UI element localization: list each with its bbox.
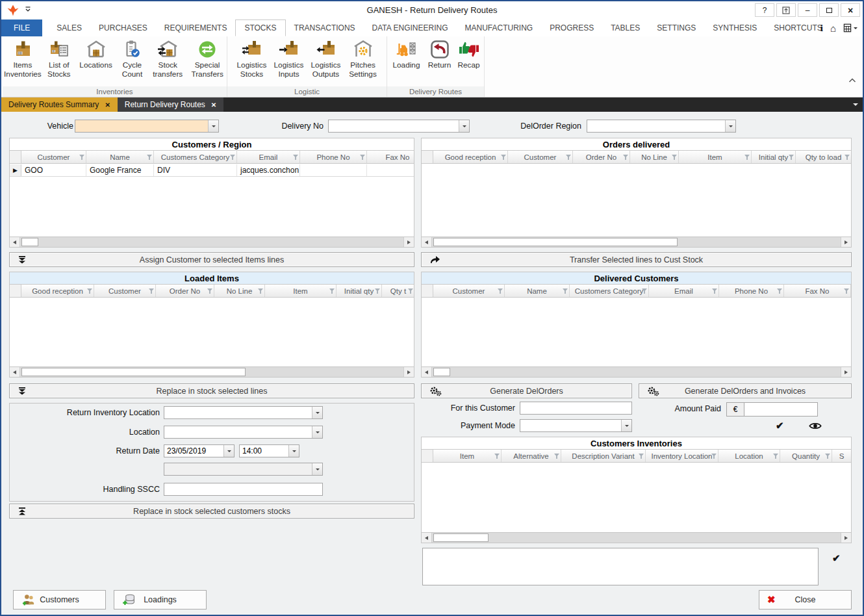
chevron-down-icon[interactable] xyxy=(223,445,234,457)
filter-icon[interactable] xyxy=(712,289,717,294)
ribbon-item-pitches-settings[interactable]: Pitches Settings xyxy=(345,38,381,79)
ribbon-item-logistics-inputs[interactable]: Logistics Inputs xyxy=(271,38,307,79)
filter-icon[interactable] xyxy=(744,155,750,160)
scroll-thumb[interactable] xyxy=(21,368,246,376)
delorder-region-combobox[interactable] xyxy=(587,120,736,133)
filter-icon[interactable] xyxy=(773,454,778,459)
filter-icon[interactable] xyxy=(501,155,506,160)
column-header-email[interactable]: Email xyxy=(649,285,719,297)
column-header-customer[interactable]: Customer xyxy=(433,285,505,297)
scroll-left-button[interactable] xyxy=(422,237,432,247)
popout-button[interactable] xyxy=(776,3,796,17)
ribbon-tab-data-engineering[interactable]: DATA ENGINEERING xyxy=(364,19,457,36)
column-header-customer[interactable]: Customer xyxy=(94,285,156,297)
column-header-name[interactable]: Name xyxy=(86,151,154,163)
ribbon-item-return[interactable]: Return xyxy=(424,38,455,70)
column-header-quantity[interactable]: Quantity xyxy=(780,450,832,462)
chevron-down-icon[interactable] xyxy=(459,120,469,132)
close-button[interactable]: × xyxy=(841,3,860,17)
column-header-inventory-location[interactable]: Inventory Location xyxy=(646,450,718,462)
filter-icon[interactable] xyxy=(494,454,500,459)
replace-lines-button[interactable]: Replace in stock selected lines xyxy=(9,383,414,398)
ribbon-item-list-of-stocks[interactable]: List of Stocks xyxy=(43,38,75,79)
column-header-no-line[interactable]: No Line xyxy=(214,285,265,297)
filter-icon[interactable] xyxy=(207,289,212,294)
ribbon-item-special-transfers[interactable]: Special Transfers xyxy=(188,38,227,79)
scroll-left-button[interactable] xyxy=(422,367,432,377)
scroll-right-button[interactable] xyxy=(403,367,414,377)
column-header-no-line[interactable]: No Line xyxy=(630,151,679,163)
column-header-item[interactable]: Item xyxy=(679,151,752,163)
transfer-lines-button[interactable]: Transfer Selected lines to Cust Stock xyxy=(421,252,852,267)
calculator-icon-button[interactable] xyxy=(843,23,858,32)
column-header-initial-qty[interactable]: Initial qty xyxy=(337,285,382,297)
scroll-right-button[interactable] xyxy=(841,237,851,247)
scroll-left-button[interactable] xyxy=(422,533,432,543)
notes-textarea[interactable] xyxy=(422,548,819,585)
filter-icon[interactable] xyxy=(844,289,849,294)
chevron-down-icon[interactable] xyxy=(725,120,735,132)
scroll-thumb[interactable] xyxy=(433,368,450,376)
ribbon-tab-transactions[interactable]: TRANSACTIONS xyxy=(286,19,364,36)
filter-icon[interactable] xyxy=(498,289,503,294)
h-scrollbar[interactable] xyxy=(422,532,851,543)
column-header-s[interactable]: S xyxy=(832,450,852,462)
tab-return-delivery-routes[interactable]: Return Delivery Routes ✕ xyxy=(118,97,223,112)
column-header-email[interactable]: Email xyxy=(237,151,300,163)
column-header-location[interactable]: Location xyxy=(718,450,780,462)
scroll-track[interactable] xyxy=(432,533,841,543)
ribbon-tab-settings[interactable]: SETTINGS xyxy=(648,19,704,36)
column-header-item[interactable]: Item xyxy=(265,285,337,297)
help-button[interactable]: ? xyxy=(755,3,774,17)
amount-paid-input[interactable] xyxy=(744,402,818,417)
filter-icon[interactable] xyxy=(672,155,677,160)
column-header-phone-no[interactable]: Phone No xyxy=(300,151,367,163)
filter-icon[interactable] xyxy=(149,289,154,294)
scroll-thumb[interactable] xyxy=(433,533,489,542)
handling-sscc-input[interactable] xyxy=(164,483,323,496)
filter-icon[interactable] xyxy=(329,289,335,294)
return-time-picker[interactable]: 14:00 xyxy=(239,444,299,457)
ribbon-tab-progress[interactable]: PROGRESS xyxy=(541,19,602,36)
column-header-description-variant[interactable]: Description Variant xyxy=(561,450,646,462)
h-scrollbar[interactable] xyxy=(10,237,414,247)
scroll-thumb[interactable] xyxy=(21,238,38,246)
minimize-button[interactable]: – xyxy=(798,3,817,17)
tab-close-icon[interactable]: ✕ xyxy=(105,101,110,109)
scroll-right-button[interactable] xyxy=(841,367,851,377)
chevron-down-icon[interactable] xyxy=(288,445,299,457)
column-header-good-reception[interactable]: Good reception xyxy=(433,151,508,163)
column-header-initial-qty[interactable]: Initial qty xyxy=(752,151,796,163)
scroll-track[interactable] xyxy=(20,367,403,377)
delivery-no-combobox[interactable] xyxy=(328,120,470,133)
loadings-button[interactable]: Loadings xyxy=(114,590,207,610)
ribbon-item-locations[interactable]: Locations xyxy=(75,38,117,70)
confirm-note-icon-button[interactable]: ✔ xyxy=(832,552,841,564)
ribbon-tab-stocks[interactable]: STOCKS xyxy=(235,19,285,36)
column-header-fax-no[interactable]: Fax No xyxy=(784,285,851,297)
ribbon-item-stock-transfers[interactable]: Stock transfers xyxy=(147,38,188,79)
column-header-customers-category[interactable]: Customers Category xyxy=(570,285,649,297)
ribbon-item-logistics-stocks[interactable]: Logistics Stocks xyxy=(233,38,271,79)
return-route-combobox[interactable] xyxy=(164,463,323,476)
chevron-down-icon[interactable] xyxy=(621,420,631,431)
h-scrollbar[interactable] xyxy=(10,366,414,377)
filter-icon[interactable] xyxy=(147,155,152,160)
ribbon-tab-synthesis[interactable]: SYNTHESIS xyxy=(704,19,765,36)
generate-delorders-button[interactable]: Generate DelOrders xyxy=(421,383,632,398)
filter-icon[interactable] xyxy=(375,289,380,294)
column-header-customer[interactable]: Customer xyxy=(21,151,86,163)
chevron-down-icon[interactable] xyxy=(312,426,322,438)
filter-icon[interactable] xyxy=(87,289,92,294)
home-icon-button[interactable]: ⌂ xyxy=(830,23,836,33)
eye-icon-button[interactable] xyxy=(809,422,822,430)
payment-mode-combobox[interactable] xyxy=(520,419,632,432)
info-icon-button[interactable]: i xyxy=(820,23,823,34)
filter-icon[interactable] xyxy=(639,454,644,459)
scroll-left-button[interactable] xyxy=(10,237,20,247)
filter-icon[interactable] xyxy=(258,289,263,294)
column-header-qty-to-load[interactable]: Qty to load xyxy=(796,151,852,163)
tab-delivery-routes-summary[interactable]: Delivery Routes Summary ✕ xyxy=(1,97,118,112)
column-header-name[interactable]: Name xyxy=(505,285,570,297)
chevron-down-icon[interactable] xyxy=(208,120,218,132)
